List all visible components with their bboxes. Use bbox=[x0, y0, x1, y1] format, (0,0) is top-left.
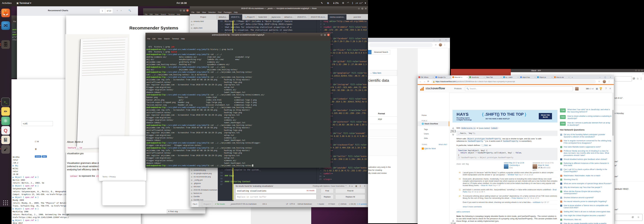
tab-2019-07-0[interactable]: 2019-07-0... bbox=[229, 14, 242, 20]
menu-item[interactable]: Packages bbox=[224, 11, 232, 13]
sidebar-item-home[interactable]: Home bbox=[418, 114, 449, 116]
even-better-link[interactable]: even better bbox=[480, 127, 489, 129]
hot-question-link[interactable]: How were Martello towers supposed to wor… bbox=[560, 145, 612, 149]
view-item-button[interactable]: → View Item bbox=[368, 70, 397, 76]
pick-element-icon[interactable]: ⎚ ▣ bbox=[35, 140, 39, 143]
tree-item[interactable]: l bbox=[190, 23, 218, 26]
url-bar[interactable]: 🔒https://stackoverflow.com/questions/135… bbox=[431, 80, 596, 83]
window-controls[interactable]: – ▢ × bbox=[600, 75, 613, 79]
kebab-menu-icon[interactable]: ⋮ bbox=[640, 77, 642, 80]
atom-titlebar[interactable]: 2019-07-05-vis.markdown — _posts — ~/src… bbox=[190, 6, 368, 11]
tree-item[interactable]: alytics.html bbox=[190, 26, 218, 30]
pdf-page-input[interactable]: 1 bbox=[100, 8, 105, 13]
user-avatar[interactable] bbox=[575, 87, 578, 90]
chevron-down-icon[interactable]: ▾ bbox=[363, 0, 368, 6]
menu-item[interactable]: Find bbox=[218, 11, 221, 13]
menu-item[interactable]: File bbox=[192, 11, 194, 13]
message-input[interactable]: @ ☺ bbox=[615, 214, 642, 221]
show-applications-icon[interactable] bbox=[3, 201, 8, 206]
menu-item[interactable]: View bbox=[155, 13, 158, 15]
kebab-menu-icon[interactable]: ⋮ bbox=[608, 80, 610, 83]
tree-item[interactable]: vis-recommender.png bbox=[190, 175, 218, 179]
find-input[interactable]: evaluating visualisations bbox=[236, 188, 316, 193]
tab-2019-07-0b[interactable]: 2019-07-0... bbox=[295, 14, 309, 20]
menu-item[interactable]: Search bbox=[161, 13, 166, 15]
hot-question-link[interactable]: Matchmaker, Matchmaker, make me a match bbox=[560, 174, 612, 178]
hot-question-link[interactable]: What are some examples of special things… bbox=[560, 182, 612, 186]
hot-question-link[interactable]: Are neural networks prone to catastrophi… bbox=[560, 200, 612, 204]
tree-item[interactable]: .gitignore bbox=[190, 182, 218, 185]
help-icon[interactable]: ? bbox=[605, 87, 606, 90]
minimize-icon[interactable]: – bbox=[358, 7, 360, 10]
inspector-search-input[interactable]: </dl bbox=[22, 121, 53, 126]
menu-item[interactable]: Search bbox=[164, 38, 170, 40]
input-icons[interactable]: @ ☺ bbox=[632, 216, 641, 218]
window-controls[interactable] bbox=[635, 69, 643, 72]
bookmark-star-icon[interactable]: ☆ bbox=[435, 43, 437, 46]
note-icon[interactable]: ✎ bbox=[319, 0, 325, 6]
maximize-icon[interactable]: ▢ bbox=[183, 9, 186, 12]
tree-item[interactable]: mments.html bbox=[190, 20, 218, 23]
tab-default-sc[interactable]: default-sc... bbox=[282, 14, 296, 20]
no-issues-badge[interactable]: ✔ No Issues bbox=[215, 201, 225, 207]
dock-stickynotes-icon[interactable]: ✏ bbox=[1, 107, 10, 116]
tree-item[interactable]: favicon.ico bbox=[190, 192, 218, 195]
console-prompt[interactable]: » bbox=[13, 220, 14, 222]
replace-input[interactable]: Replace in current buffer bbox=[236, 195, 316, 199]
tree-item[interactable]: _config.yml bbox=[190, 179, 218, 182]
menu-item[interactable]: Help bbox=[177, 13, 180, 15]
nav-products[interactable]: Products bbox=[454, 87, 462, 90]
tab-so-try-catch[interactable]: try...catch× bbox=[502, 75, 519, 79]
hot-question-link[interactable]: Did any of the founding fathers anticipa… bbox=[560, 133, 612, 139]
pdf-next-icon[interactable]: › bbox=[121, 9, 122, 12]
fetch-button[interactable]: ⟳ Fetch bbox=[328, 201, 335, 207]
dock-journal-icon[interactable]: 📓 bbox=[1, 136, 10, 144]
terminal-titlebar[interactable]: andrew@andrew-ltp: ~/src/phd-src/web/vis… bbox=[146, 33, 330, 37]
activities-button[interactable]: Activities bbox=[0, 0, 14, 6]
upvote-icon[interactable]: ▲ bbox=[450, 126, 456, 129]
window-controls[interactable]: – ▢ × bbox=[434, 39, 448, 41]
pdf-search-icon[interactable]: 🔍 bbox=[128, 9, 131, 12]
upvote-icon[interactable]: ▲ bbox=[450, 219, 456, 222]
advanced-search-tab[interactable]: Advanced Search bbox=[372, 50, 390, 54]
project-issues-badge[interactable]: Project 0 bbox=[202, 201, 212, 207]
hot-question-link[interactable]: Can I call 112 to check a police officer… bbox=[560, 167, 612, 174]
linked-question[interactable]: 7188What does "use strict" do in JavaScr… bbox=[560, 108, 612, 113]
hot-question-link[interactable]: How might the United Kingdom become a re… bbox=[560, 214, 612, 218]
replace-button[interactable]: Replace bbox=[321, 195, 334, 199]
menu-item[interactable]: Edit bbox=[150, 13, 153, 15]
hot-question-link[interactable]: Shortest distance around a pyramid? bbox=[560, 196, 612, 200]
menu-item[interactable]: File bbox=[13, 20, 16, 22]
workspace-icon[interactable]: ⧉ bbox=[325, 0, 331, 6]
inbox-icon[interactable]: ▣ bbox=[596, 87, 598, 90]
cursor-position[interactable]: 101:1 bbox=[262, 201, 267, 207]
find-option-icons[interactable]: .* Aa ▦ ⫿ bbox=[344, 185, 362, 187]
menu-item[interactable]: File bbox=[147, 38, 150, 40]
maximize-icon[interactable]: ▢ bbox=[361, 7, 364, 10]
dock-thunderbird-icon[interactable]: ✉ bbox=[1, 21, 10, 30]
tree-item[interactable]: 404.html bbox=[190, 185, 218, 188]
whats-this-link[interactable]: What's this? bbox=[438, 144, 447, 145]
url-bar[interactable] bbox=[369, 43, 433, 47]
downvote-icon[interactable]: ▼ bbox=[450, 133, 456, 136]
minimize-icon[interactable]: – bbox=[179, 9, 182, 12]
tab-gmail[interactable]: FW: When× bbox=[418, 75, 434, 79]
sidebar-item-stackoverflow[interactable]: 🌐 Stack Overflow bbox=[418, 121, 449, 126]
menu-item[interactable]: Edit bbox=[197, 11, 200, 13]
focused-app-menu[interactable]: ▣ Terminal ▾ bbox=[14, 0, 33, 6]
linked-question[interactable]: 7250How do I remove a particular element… bbox=[560, 122, 612, 126]
menu-item[interactable]: Help bbox=[234, 11, 238, 13]
tab-default-p[interactable]: default-p... bbox=[217, 14, 229, 20]
tab-newtab[interactable]: New Tab× bbox=[486, 75, 502, 79]
replace-all-button[interactable]: Replace All bbox=[335, 195, 366, 199]
menu-item[interactable]: File bbox=[145, 13, 148, 15]
scrollbar[interactable] bbox=[612, 93, 614, 224]
profile-avatar[interactable] bbox=[439, 43, 442, 46]
mentions-icon[interactable]: @ bbox=[633, 77, 635, 80]
tree-item[interactable]: vis-google-explore.png bbox=[190, 172, 218, 175]
bookmark-star-icon[interactable]: ☆ bbox=[598, 80, 600, 83]
git-branch[interactable]: ⑂ master bbox=[317, 201, 324, 207]
close-icon[interactable]: × bbox=[364, 7, 367, 10]
tab-minima-social-icons[interactable]: minima-social-ico... bbox=[328, 14, 346, 20]
underscore-link[interactable]: Underscore.js bbox=[461, 127, 476, 129]
